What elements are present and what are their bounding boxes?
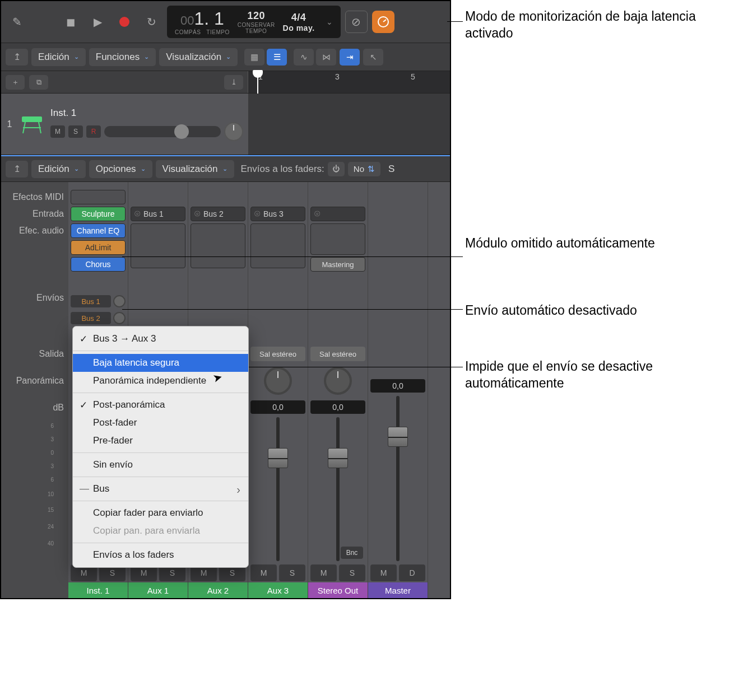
- strip-label[interactable]: Aux 3: [248, 582, 308, 598]
- callout-line: [248, 367, 463, 367]
- strip-label[interactable]: Inst. 1: [68, 582, 128, 598]
- audio-fx-slot[interactable]: Chorus: [71, 257, 126, 272]
- pan-knob[interactable]: [324, 367, 352, 395]
- sends-on-faders-power[interactable]: ⏻: [328, 162, 345, 176]
- annotation-send-bypassed: Envío automático desactivado: [465, 302, 637, 319]
- pan-knob[interactable]: [224, 122, 243, 141]
- functions-menu[interactable]: Funciones⌄: [89, 48, 156, 66]
- lcd-timesig: 4/4: [291, 12, 307, 24]
- output-slot[interactable]: Sal estéreo: [250, 347, 305, 361]
- stereo-icon: ⦾: [134, 209, 140, 218]
- grid-icon[interactable]: ▦: [244, 49, 264, 66]
- timeline-ruler[interactable]: 1 3 5: [248, 71, 450, 93]
- track-header[interactable]: 1 Inst. 1 M S R: [1, 94, 248, 155]
- cycle-button[interactable]: ↻: [140, 11, 162, 33]
- menu-item-low-latency-safe[interactable]: Baja latencia segura: [73, 354, 248, 372]
- solo-button[interactable]: S: [279, 564, 305, 581]
- menu-item-bus-routing[interactable]: Bus 3 → Aux 3: [73, 330, 248, 348]
- menu-item-post-pan[interactable]: Post-panorámica: [73, 396, 248, 414]
- flex-icon[interactable]: ⋈: [316, 49, 336, 66]
- output-slot[interactable]: Sal estéreo: [310, 347, 365, 361]
- fader[interactable]: Bnc: [310, 417, 365, 561]
- mixer-options-menu[interactable]: Opciones⌄: [89, 160, 152, 178]
- collapse-icon[interactable]: ↥: [6, 49, 28, 66]
- collapse-mixer-icon[interactable]: ↥: [6, 161, 28, 178]
- lcd-tempo-label: TEMPO: [245, 28, 267, 34]
- dim-button[interactable]: D: [399, 564, 425, 581]
- audio-fx-slot[interactable]: Mastering: [310, 257, 365, 272]
- mixer-view-menu[interactable]: Visualización⌄: [156, 160, 234, 178]
- send-knob[interactable]: [113, 295, 126, 307]
- db-value[interactable]: 0,0: [250, 400, 305, 414]
- pan-knob[interactable]: [264, 367, 292, 395]
- gauge-icon: [377, 15, 390, 29]
- automation-curve-icon[interactable]: ∿: [294, 49, 314, 66]
- fader[interactable]: [370, 396, 425, 561]
- input-slot[interactable]: ⦾: [310, 207, 365, 221]
- edit-tool-icon[interactable]: ✎: [6, 11, 28, 33]
- view-menu[interactable]: Visualización⌄: [159, 48, 238, 66]
- duplicate-track-button[interactable]: ⧉: [29, 75, 48, 90]
- menu-item-no-send[interactable]: Sin envío: [73, 456, 248, 474]
- menu-item-post-fader[interactable]: Post-fader: [73, 414, 248, 432]
- audio-fx-slot[interactable]: [191, 223, 245, 268]
- channel-strip-stereo-out[interactable]: ⦾ Mastering Sal estéreo 0,0 Bnc MS Stere…: [308, 182, 368, 598]
- midi-fx-slot[interactable]: [71, 190, 126, 204]
- audio-fx-slot[interactable]: Channel EQ: [71, 223, 126, 238]
- db-value[interactable]: 0,0: [370, 379, 425, 393]
- audio-fx-slot[interactable]: [310, 223, 365, 255]
- pointer-tool-icon[interactable]: ↖: [363, 49, 383, 66]
- instrument-slot[interactable]: Sculpture: [71, 207, 126, 221]
- volume-slider[interactable]: [104, 126, 221, 137]
- strip-label[interactable]: Aux 2: [188, 582, 248, 598]
- mute-button[interactable]: M: [50, 125, 65, 138]
- send-slot-bypassed[interactable]: Bus 1: [71, 295, 111, 307]
- solo-button[interactable]: S: [339, 564, 365, 581]
- catch-playhead-icon[interactable]: ⇥: [340, 49, 360, 66]
- menu-item-copy-fader[interactable]: Copiar fader para enviarlo: [73, 504, 248, 522]
- bounce-button[interactable]: Bnc: [341, 547, 363, 559]
- import-button[interactable]: ⤓: [224, 75, 243, 90]
- ruler-mark: 3: [335, 72, 340, 81]
- menu-item-bus-submenu[interactable]: Bus: [73, 480, 248, 498]
- strip-label[interactable]: Master: [368, 582, 428, 598]
- track-region-area[interactable]: [248, 94, 450, 155]
- send-slot-bypassed[interactable]: Bus 2: [71, 312, 111, 324]
- strip-label[interactable]: Stereo Out: [308, 582, 368, 598]
- send-knob[interactable]: [113, 312, 126, 324]
- tuner-icon[interactable]: ⊘: [345, 11, 368, 33]
- menu-item-sends-on-faders[interactable]: Envíos a los faders: [73, 546, 248, 564]
- lcd-chevron-icon[interactable]: ⌄: [326, 17, 333, 26]
- input-slot[interactable]: ⦾Bus 3: [250, 207, 305, 221]
- db-value[interactable]: 0,0: [310, 400, 365, 414]
- track-name[interactable]: Inst. 1: [50, 108, 243, 119]
- channel-strip-master[interactable]: 0,0 MD Master: [368, 182, 428, 598]
- solo-button[interactable]: S: [68, 125, 83, 138]
- add-track-button[interactable]: ＋: [6, 75, 25, 90]
- lcd-display[interactable]: 00 1. 1 COMPÁS TIEMPO 120 CONSERVAR TEMP…: [167, 6, 341, 38]
- audio-fx-slot-bypassed[interactable]: AdLimit: [71, 240, 126, 255]
- low-latency-monitoring-button[interactable]: [372, 11, 394, 33]
- mute-button[interactable]: M: [250, 564, 277, 581]
- strip-label[interactable]: Aux 1: [128, 582, 188, 598]
- mute-button[interactable]: M: [310, 564, 337, 581]
- play-button[interactable]: ▶: [86, 11, 109, 33]
- menu-item-pre-fader[interactable]: Pre-fader: [73, 432, 248, 450]
- mixer-edit-menu[interactable]: Edición⌄: [31, 160, 86, 178]
- mute-button[interactable]: M: [370, 564, 397, 581]
- track-number: 1: [1, 119, 18, 129]
- stop-button[interactable]: ◼: [59, 11, 82, 33]
- fader[interactable]: [250, 417, 305, 561]
- send-context-menu: Bus 3 → Aux 3 Baja latencia segura Panor…: [72, 326, 249, 568]
- edit-menu[interactable]: Edición⌄: [31, 48, 86, 66]
- channel-strip-aux3[interactable]: ⦾Bus 3 Sal estéreo 0,0 MS Aux 3: [248, 182, 308, 598]
- audio-fx-slot[interactable]: [250, 223, 305, 268]
- audio-fx-slot[interactable]: [131, 223, 185, 268]
- input-slot[interactable]: ⦾Bus 2: [191, 207, 245, 221]
- sends-on-faders-select[interactable]: No⇅: [348, 162, 380, 176]
- record-enable-button[interactable]: R: [86, 125, 101, 138]
- record-button[interactable]: [113, 11, 136, 33]
- row-input: Entrada: [1, 206, 64, 222]
- list-icon[interactable]: ☰: [267, 49, 287, 66]
- input-slot[interactable]: ⦾Bus 1: [131, 207, 185, 221]
